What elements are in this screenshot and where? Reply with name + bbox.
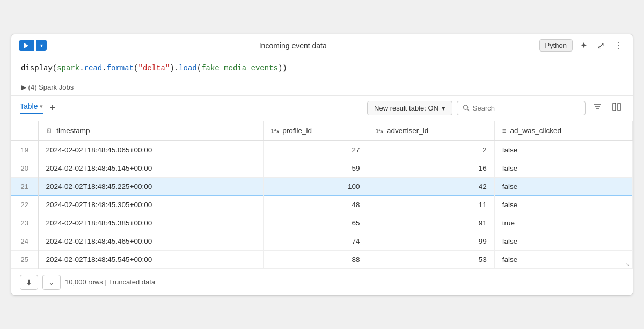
table-row[interactable]: 242024-02-02T18:48:45.465+00:007499false xyxy=(11,232,633,250)
table-body: 192024-02-02T18:48:45.065+00:00272false2… xyxy=(11,141,633,269)
cell-advertiser-id: 91 xyxy=(368,214,494,232)
table-tab[interactable]: Table ▾ xyxy=(20,102,43,114)
columns-button[interactable] xyxy=(609,101,624,115)
col-label-profile-id: profile_id xyxy=(282,127,312,135)
code-read: read xyxy=(84,64,103,72)
table-header-row: 🗓 timestamp 1²₃ profile_id 1²₃ advertise… xyxy=(11,121,633,141)
download-options-button[interactable]: ⌄ xyxy=(42,275,61,290)
expand-button[interactable]: ⤢ xyxy=(595,39,607,53)
cell-advertiser-id: 42 xyxy=(368,177,494,195)
cell-ad-was-clicked: false xyxy=(494,159,632,177)
more-options-button[interactable]: ⋮ xyxy=(612,39,625,52)
spark-jobs-label: ▶ (4) Spark Jobs xyxy=(21,83,74,91)
col-label-timestamp: timestamp xyxy=(56,127,90,135)
svg-rect-5 xyxy=(613,103,616,111)
cell-timestamp: 2024-02-02T18:48:45.385+00:00 xyxy=(38,214,263,232)
table-tab-label: Table xyxy=(20,102,38,111)
notebook-cell: ▾ Incoming event data Python ✦ ⤢ ⋮ displ… xyxy=(11,34,633,296)
chevron-down-icon: ⌄ xyxy=(48,278,55,287)
add-view-button[interactable]: + xyxy=(47,103,57,114)
svg-line-1 xyxy=(467,109,469,111)
col-header-advertiser-id[interactable]: 1²₃ advertiser_id xyxy=(368,121,494,141)
cell-row-num: 20 xyxy=(11,159,38,177)
new-result-chevron-icon: ▾ xyxy=(442,104,445,112)
advertiser-id-col-icon: 1²₃ xyxy=(376,128,383,134)
table-container: 🗓 timestamp 1²₃ profile_id 1²₃ advertise… xyxy=(11,121,633,269)
col-header-timestamp[interactable]: 🗓 timestamp xyxy=(38,121,263,141)
svg-rect-6 xyxy=(618,103,620,111)
cell-timestamp: 2024-02-02T18:48:45.145+00:00 xyxy=(38,159,263,177)
run-button[interactable] xyxy=(19,40,34,51)
cell-profile-id: 100 xyxy=(263,177,368,195)
cell-ad-was-clicked: false xyxy=(494,141,632,159)
language-selector[interactable]: Python xyxy=(539,39,573,52)
cell-row-num: 19 xyxy=(11,141,38,159)
code-spark: spark xyxy=(57,64,79,72)
download-button[interactable]: ⬇ xyxy=(20,275,38,290)
run-dropdown-button[interactable]: ▾ xyxy=(36,40,47,51)
cell-ad-was-clicked: true xyxy=(494,214,632,232)
cell-advertiser-id: 16 xyxy=(368,159,494,177)
cell-ad-was-clicked: false xyxy=(494,177,632,195)
profile-id-col-icon: 1²₃ xyxy=(271,128,279,134)
code-area: display(spark.read.format("delta").load(… xyxy=(11,57,633,79)
col-label-ad-was-clicked: ad_was_clicked xyxy=(510,127,561,135)
data-table: 🗓 timestamp 1²₃ profile_id 1²₃ advertise… xyxy=(11,121,633,269)
code-format: format xyxy=(107,64,134,72)
cell-header-left: ▾ xyxy=(19,40,47,51)
table-tab-chevron-icon: ▾ xyxy=(40,103,43,110)
resize-handle[interactable]: ↘ xyxy=(625,261,632,268)
cell-timestamp: 2024-02-02T18:48:45.065+00:00 xyxy=(38,141,263,159)
cell-profile-id: 48 xyxy=(263,195,368,214)
cell-profile-id: 27 xyxy=(263,141,368,159)
code-line: display(spark.read.format("delta").load(… xyxy=(21,64,623,72)
sparkle-icon: ✦ xyxy=(580,40,587,50)
ad-was-clicked-col-icon: ≡ xyxy=(502,127,506,135)
cell-timestamp: 2024-02-02T18:48:45.545+00:00 xyxy=(38,250,263,268)
cell-profile-id: 74 xyxy=(263,232,368,250)
new-result-button[interactable]: New result table: ON ▾ xyxy=(367,101,452,115)
col-header-profile-id[interactable]: 1²₃ profile_id xyxy=(263,121,368,141)
table-row[interactable]: 222024-02-02T18:48:45.305+00:004811false xyxy=(11,195,633,214)
timestamp-col-icon: 🗓 xyxy=(46,127,53,135)
cell-row-num: 22 xyxy=(11,195,38,214)
col-label-advertiser-id: advertiser_id xyxy=(387,127,428,135)
code-function: display xyxy=(21,64,53,72)
filter-button[interactable] xyxy=(590,101,605,115)
new-result-label: New result table: ON xyxy=(374,104,438,112)
expand-icon: ⤢ xyxy=(597,40,605,52)
chevron-down-icon: ▾ xyxy=(40,42,43,48)
more-icon: ⋮ xyxy=(614,40,623,50)
cell-advertiser-id: 53 xyxy=(368,250,494,268)
cell-advertiser-id: 99 xyxy=(368,232,494,250)
search-input[interactable] xyxy=(473,104,580,112)
table-row[interactable]: 202024-02-02T18:48:45.145+00:005916false xyxy=(11,159,633,177)
data-table-wrapper: 🗓 timestamp 1²₃ profile_id 1²₃ advertise… xyxy=(11,121,633,269)
cell-timestamp: 2024-02-02T18:48:45.305+00:00 xyxy=(38,195,263,214)
table-row[interactable]: 232024-02-02T18:48:45.385+00:006591true xyxy=(11,214,633,232)
code-var-events: fake_media_events xyxy=(201,64,278,72)
cell-title: Incoming event data xyxy=(259,41,327,50)
table-row[interactable]: 212024-02-02T18:48:45.225+00:0010042fals… xyxy=(11,177,633,195)
table-row[interactable]: 252024-02-02T18:48:45.545+00:008853false xyxy=(11,250,633,268)
table-row[interactable]: 192024-02-02T18:48:45.065+00:00272false xyxy=(11,141,633,159)
col-header-ad-was-clicked[interactable]: ≡ ad_was_clicked xyxy=(494,121,632,141)
col-header-row-num xyxy=(11,121,38,141)
play-icon xyxy=(24,43,28,48)
code-load: load xyxy=(179,64,197,72)
cell-timestamp: 2024-02-02T18:48:45.225+00:00 xyxy=(38,177,263,195)
cell-profile-id: 88 xyxy=(263,250,368,268)
cell-advertiser-id: 11 xyxy=(368,195,494,214)
sparkle-button[interactable]: ✦ xyxy=(578,39,589,52)
cell-row-num: 25 xyxy=(11,250,38,268)
cell-header-right: Python ✦ ⤢ ⋮ xyxy=(539,39,625,53)
cell-profile-id: 65 xyxy=(263,214,368,232)
search-box[interactable] xyxy=(457,101,586,115)
code-string-delta: "delta" xyxy=(138,64,170,72)
cell-ad-was-clicked: false xyxy=(494,250,632,268)
spark-jobs-row[interactable]: ▶ (4) Spark Jobs xyxy=(11,79,633,96)
cell-footer: ⬇ ⌄ 10,000 rows | Truncated data xyxy=(11,269,633,295)
cell-row-num: 21 xyxy=(11,177,38,195)
cell-ad-was-clicked: false xyxy=(494,232,632,250)
cell-profile-id: 59 xyxy=(263,159,368,177)
